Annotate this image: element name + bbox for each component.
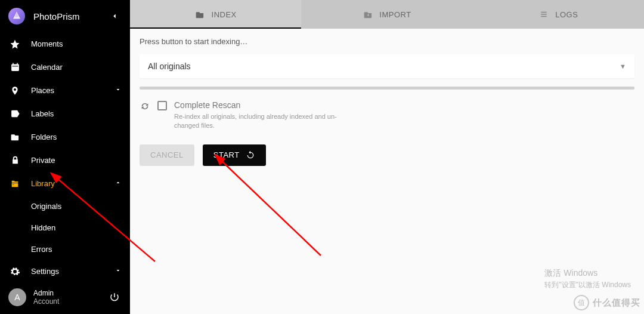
svg-rect-2	[13, 63, 13, 65]
chevron-up-icon	[114, 179, 122, 188]
account-row[interactable]: A Admin Account	[0, 281, 130, 314]
sidebar-item-settings[interactable]: Settings	[0, 260, 130, 281]
tab-logs[interactable]: LOGS	[473, 0, 644, 29]
refresh-icon	[246, 150, 255, 160]
star-icon	[8, 38, 21, 51]
sidebar-item-calendar[interactable]: Calendar	[0, 56, 130, 79]
avatar: A	[8, 288, 26, 306]
sidebar-item-label: Places	[31, 86, 114, 95]
folder-icon	[8, 131, 21, 144]
smzdm-watermark: 值 什么值得买	[574, 295, 640, 310]
chevron-left-icon	[110, 12, 119, 20]
main: INDEX IMPORT LOGS Press button to start …	[130, 0, 644, 314]
sidebar-nav: Moments Calendar Places Labels Folders	[0, 32, 130, 281]
sidebar-item-moments[interactable]: Moments	[0, 32, 130, 56]
sidebar: PhotoPrism Moments Calendar Places Label	[0, 0, 130, 314]
tab-label: INDEX	[212, 10, 237, 19]
svg-rect-5	[13, 184, 14, 185]
svg-line-7	[221, 160, 321, 255]
svg-rect-4	[12, 66, 18, 66]
account-role: Account	[33, 297, 107, 306]
tab-label: LOGS	[555, 10, 578, 19]
sidebar-subitem-hidden[interactable]: Hidden	[31, 217, 130, 238]
calendar-icon	[8, 61, 21, 74]
button-row: CANCEL START	[140, 144, 634, 166]
sidebar-subitem-originals[interactable]: Originals	[31, 195, 130, 217]
sidebar-collapse-button[interactable]	[107, 9, 122, 23]
tab-import[interactable]: IMPORT	[301, 0, 472, 29]
sidebar-item-label: Library	[31, 179, 114, 188]
sidebar-library-sub: Originals Hidden Errors	[0, 195, 130, 260]
sidebar-item-labels[interactable]: Labels	[0, 102, 130, 125]
sidebar-item-label: Private	[31, 156, 122, 165]
index-hint: Press button to start indexing…	[140, 37, 634, 46]
lock-icon	[8, 154, 21, 167]
svg-rect-3	[17, 63, 17, 65]
sidebar-item-label: Moments	[31, 39, 122, 48]
gear-icon	[8, 265, 21, 278]
sidebar-item-label: Folders	[31, 133, 122, 141]
index-content: Press button to start indexing… All orig…	[130, 29, 644, 314]
sidebar-item-label: Settings	[31, 267, 114, 276]
account-texts: Admin Account	[33, 289, 107, 306]
app-logo	[8, 8, 25, 24]
logout-button[interactable]	[107, 290, 122, 304]
cancel-button[interactable]: CANCEL	[140, 144, 194, 166]
sidebar-item-folders[interactable]: Folders	[0, 125, 130, 149]
caret-down-icon: ▼	[620, 63, 626, 70]
windows-activation-watermark: 激活 Windows 转到"设置"以激活 Windows	[544, 267, 631, 290]
sidebar-item-places[interactable]: Places	[0, 79, 130, 102]
sidebar-item-private[interactable]: Private	[0, 149, 130, 172]
location-icon	[8, 84, 21, 97]
annotation-arrow-2	[213, 154, 327, 261]
rescan-description: Re-index all originals, including alread…	[174, 112, 337, 130]
chevron-down-icon	[114, 267, 122, 276]
rescan-checkbox[interactable]	[157, 101, 167, 110]
rescan-title: Complete Rescan	[174, 100, 337, 110]
folder-icon	[195, 9, 206, 20]
tabs: INDEX IMPORT LOGS	[130, 0, 644, 29]
tab-index[interactable]: INDEX	[130, 0, 301, 29]
sidebar-item-library[interactable]: Library	[0, 172, 130, 195]
tab-label: IMPORT	[379, 10, 411, 19]
select-value: All originals	[148, 61, 191, 71]
rescan-row: Complete Rescan Re-index all originals, …	[140, 100, 634, 130]
sidebar-header: PhotoPrism	[0, 0, 130, 32]
tag-icon	[8, 107, 21, 121]
sidebar-item-label: Labels	[31, 109, 122, 118]
import-icon	[363, 9, 373, 20]
folder-select[interactable]: All originals ▼	[140, 54, 634, 78]
progress-bar	[140, 87, 634, 90]
logs-icon	[538, 9, 549, 20]
sync-icon	[140, 101, 150, 112]
account-name: Admin	[33, 289, 107, 297]
library-icon	[8, 177, 21, 190]
app-title: PhotoPrism	[33, 11, 107, 21]
power-icon	[109, 292, 120, 303]
sidebar-item-label: Calendar	[31, 63, 122, 72]
chevron-down-icon	[114, 86, 122, 95]
sidebar-subitem-errors[interactable]: Errors	[31, 238, 130, 260]
start-button[interactable]: START	[203, 144, 266, 166]
